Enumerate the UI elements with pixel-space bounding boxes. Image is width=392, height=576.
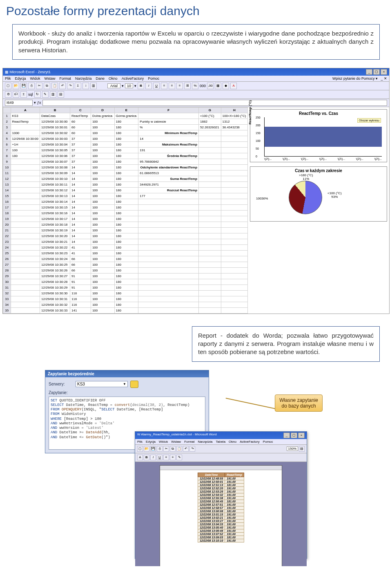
col-header-E[interactable]: E [114,107,138,113]
cell[interactable]: 14 [70,170,91,176]
cell[interactable] [11,159,40,164]
cell[interactable]: 100 [91,187,114,193]
bold-icon[interactable]: B [138,83,144,89]
chart-pie[interactable]: Czas w każdym zakresie >180 (°C)11% <100… [250,166,387,222]
cell[interactable]: Maksimum ReactTemp [138,141,199,147]
cell[interactable] [221,147,247,153]
cell[interactable]: ReactTemp [70,113,91,119]
cell[interactable] [221,267,247,273]
menu-pomoc[interactable]: Pomoc [148,76,159,81]
cell[interactable] [199,130,221,136]
cell[interactable]: 14 [70,210,91,216]
word-read-icon[interactable]: ▤ [299,446,305,452]
cell[interactable]: 180 [114,147,138,153]
cell[interactable] [221,296,247,302]
cell[interactable]: 180 [114,250,138,256]
row-header[interactable]: 18 [3,210,11,216]
cell[interactable]: 116 [70,296,91,302]
cell[interactable]: 100 [91,147,114,153]
cell[interactable]: 100 [91,170,114,176]
cell[interactable] [11,204,40,210]
cell[interactable] [11,124,40,130]
cell[interactable] [199,182,221,187]
cell[interactable] [199,176,221,182]
cell[interactable] [221,153,247,159]
cell[interactable] [138,302,199,307]
cell[interactable] [138,290,199,296]
cell[interactable] [11,210,40,216]
col-header-H[interactable]: H [221,107,247,113]
row-header[interactable]: 28 [3,267,11,273]
cell[interactable]: 100 [91,141,114,147]
cell[interactable]: 12/29/08 10:30:05 [40,147,70,153]
af-sql-label[interactable]: sql [28,92,33,96]
row-header[interactable]: 14 [3,187,11,193]
cell[interactable]: 60 [70,124,91,130]
cell[interactable]: 180 [114,187,138,193]
close-icon[interactable]: × [381,69,387,75]
word-style-icon[interactable]: A [137,455,143,460]
cell[interactable]: 180 [114,182,138,187]
cell[interactable] [11,273,40,279]
col-header-C[interactable]: C [70,107,91,113]
cell[interactable] [11,233,40,239]
paste-icon[interactable]: 📋 [51,83,58,89]
chart-react-vs-czas[interactable]: ReactTemp vs. Czas Obszar wykresu ReactT… [250,109,387,162]
copy-icon[interactable]: ⧉ [44,83,50,89]
cell[interactable]: 191 [138,147,199,153]
word-menu-format[interactable]: Format [184,440,194,444]
cell[interactable]: 52.26326021 [199,124,221,130]
word-toolbar-2[interactable]: A B I U ≡ ≡ ✎ [135,453,307,462]
formula-input[interactable] [42,100,387,106]
cell[interactable] [138,227,199,233]
cell[interactable]: 100 [91,130,114,136]
cell[interactable] [11,296,40,302]
cell[interactable] [11,256,40,262]
word-list-icon[interactable]: ≡ [170,455,176,460]
cell[interactable] [138,199,199,204]
cell[interactable]: 100 [91,119,114,124]
cell[interactable]: 100 [91,244,114,250]
cell[interactable]: 180 [114,153,138,159]
cell[interactable] [11,199,40,204]
cell[interactable]: 180 [114,244,138,250]
word-menu-plik[interactable]: Plik [137,440,143,444]
row-header[interactable]: 16 [3,199,11,204]
row-header[interactable]: 2 [3,119,11,124]
row-header[interactable]: 31 [3,285,11,290]
cell[interactable]: 12/29/08 10:30:33 [40,307,70,313]
cell[interactable]: 100 [91,227,114,233]
row-header[interactable]: 9 [3,159,11,164]
cell[interactable]: 100 [91,159,114,164]
word-close-icon[interactable]: × [298,433,305,438]
cell[interactable] [138,239,199,244]
word-new-icon[interactable]: ▢ [137,446,143,452]
cell[interactable]: 12/29/08 10:30:12 [40,187,70,193]
cell[interactable] [199,227,221,233]
cell[interactable] [199,147,221,153]
cell[interactable]: 180 [114,262,138,267]
cell[interactable] [199,267,221,273]
merge-icon[interactable]: ⊞ [184,83,191,89]
print-icon[interactable]: ⎙ [28,83,35,89]
cell[interactable]: 180 [114,233,138,239]
af-tree-icon[interactable]: ▤ [58,91,64,98]
excel-toolbar-af[interactable]: ⚙ 🏷 Σ sql ↻ ✎ ▥ ▤ [3,90,389,99]
cell[interactable]: 12/29/08 10:30:01 [40,124,70,130]
fx-icon[interactable]: ƒx [37,101,41,105]
col-header-F[interactable]: F [138,107,199,113]
cell[interactable] [221,273,247,279]
word-undo-icon[interactable]: ↶ [183,446,189,452]
cell[interactable]: 12/29/08 10:30:04 [40,141,70,147]
indent-icon[interactable]: ,00 [207,83,214,89]
cell[interactable] [199,307,221,313]
row-header[interactable]: 27 [3,262,11,267]
cell[interactable]: 14 [70,199,91,204]
menu-edycja[interactable]: Edycja [15,76,26,81]
cell[interactable]: 14 [70,187,91,193]
cell[interactable] [199,164,221,170]
cell[interactable]: 100 [91,296,114,302]
cell[interactable]: 37 [70,141,91,147]
cell[interactable] [221,193,247,199]
col-header-D[interactable]: D [91,107,114,113]
